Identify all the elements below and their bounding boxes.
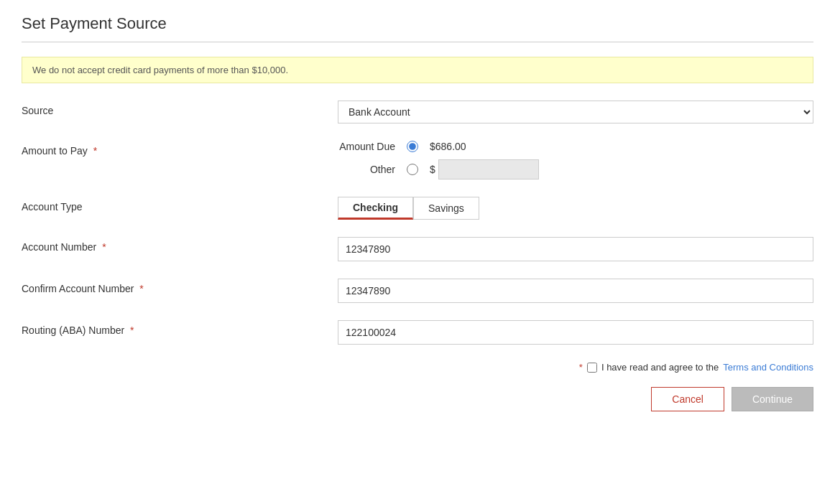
confirm-account-number-control [338, 279, 813, 303]
routing-number-control [338, 320, 813, 345]
routing-number-row: Routing (ABA) Number * [22, 320, 813, 345]
amount-due-radio[interactable] [407, 141, 418, 152]
other-input-wrapper: $ [430, 159, 539, 179]
confirm-account-number-row: Confirm Account Number * [22, 279, 813, 303]
other-amount-input[interactable] [438, 159, 539, 179]
routing-required: * [130, 325, 134, 336]
account-type-row: Account Type Checking Savings [22, 197, 813, 220]
routing-number-label: Routing (ABA) Number * [22, 320, 338, 336]
account-type-tabs-area: Checking Savings [338, 197, 813, 220]
buttons-row: Cancel Continue [22, 387, 813, 411]
amount-to-pay-row: Amount to Pay * Amount Due $686.00 Other… [22, 141, 813, 179]
confirm-account-number-input[interactable] [338, 279, 813, 303]
confirm-account-required: * [139, 283, 143, 294]
continue-button[interactable]: Continue [732, 387, 813, 411]
notice-text: We do not accept credit card payments of… [32, 65, 288, 75]
account-number-row: Account Number * [22, 237, 813, 261]
account-type-tabs: Checking Savings [338, 197, 813, 220]
other-amount-radio[interactable] [407, 164, 418, 175]
source-row: Source Bank Account Credit Card Check [22, 101, 813, 123]
account-number-required: * [102, 241, 106, 253]
title-divider [22, 42, 813, 42]
tab-savings[interactable]: Savings [413, 197, 479, 220]
amount-options-area: Amount Due $686.00 Other $ [338, 141, 813, 179]
amount-due-row: Amount Due $686.00 [338, 141, 813, 152]
source-control: Bank Account Credit Card Check [338, 101, 813, 123]
amount-required-marker: * [93, 145, 97, 157]
notice-banner: We do not accept credit card payments of… [22, 57, 813, 83]
other-amount-row: Other $ [338, 159, 813, 179]
confirm-account-number-label: Confirm Account Number * [22, 279, 338, 294]
cancel-button[interactable]: Cancel [651, 387, 724, 411]
terms-required-star: * [579, 362, 583, 373]
page-title: Set Payment Source [22, 14, 813, 33]
account-type-label: Account Type [22, 197, 338, 213]
amount-to-pay-label: Amount to Pay * [22, 141, 338, 157]
amount-due-value: $686.00 [430, 141, 466, 152]
terms-row: * I have read and agree to the Terms and… [22, 362, 813, 373]
other-label: Other [338, 164, 395, 175]
amount-options: Amount Due $686.00 Other $ [338, 141, 813, 179]
amount-due-label: Amount Due [338, 141, 395, 152]
source-label: Source [22, 101, 338, 116]
source-select[interactable]: Bank Account Credit Card Check [338, 101, 813, 123]
terms-prefix-text: I have read and agree to the [601, 362, 719, 373]
account-number-control [338, 237, 813, 261]
routing-number-input[interactable] [338, 320, 813, 345]
dollar-sign: $ [430, 164, 435, 175]
terms-link[interactable]: Terms and Conditions [723, 362, 813, 373]
terms-checkbox[interactable] [587, 363, 597, 373]
account-number-input[interactable] [338, 237, 813, 261]
account-number-label: Account Number * [22, 237, 338, 253]
tab-checking[interactable]: Checking [338, 197, 413, 220]
